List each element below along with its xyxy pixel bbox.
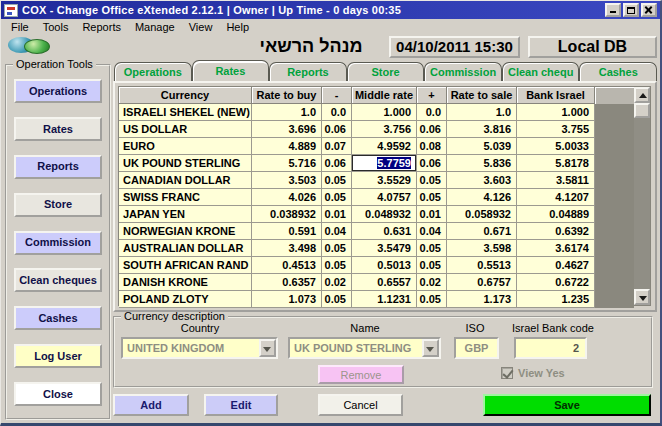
cancel-button[interactable]: Cancel: [318, 394, 403, 416]
cell-minus[interactable]: 0.05: [322, 257, 352, 274]
country-combobox[interactable]: UNITED KINGDOM: [121, 337, 278, 359]
cell-plus[interactable]: 0.02: [417, 274, 447, 291]
cell-middle-rate[interactable]: 1.1231: [352, 291, 417, 308]
cell-middle-rate[interactable]: 4.9592: [352, 138, 417, 155]
cell-currency[interactable]: POLAND ZLOTY: [119, 291, 252, 308]
tab[interactable]: Store: [347, 62, 425, 81]
scroll-track[interactable]: [634, 118, 650, 289]
cell-currency[interactable]: JAPAN YEN: [119, 206, 252, 223]
cell-minus[interactable]: 0.05: [322, 189, 352, 206]
tab[interactable]: Clean chequ: [502, 62, 580, 81]
tab[interactable]: Commission: [424, 62, 502, 81]
cell-rate-to-buy[interactable]: 0.4513: [252, 257, 322, 274]
cell-rate-to-sale[interactable]: 0.5513: [447, 257, 517, 274]
menu-item[interactable]: Reports: [76, 20, 129, 34]
cell-rate-to-buy[interactable]: 3.498: [252, 240, 322, 257]
cell-rate-to-sale[interactable]: 3.598: [447, 240, 517, 257]
cell-plus[interactable]: 0.08: [417, 138, 447, 155]
cell-rate-to-buy[interactable]: 0.591: [252, 223, 322, 240]
col-header-rate-to-sale[interactable]: Rate to sale: [447, 87, 517, 104]
cell-currency[interactable]: CANADIAN DOLLAR: [119, 172, 252, 189]
col-header-rate-to-buy[interactable]: Rate to buy: [252, 87, 322, 104]
cell-plus[interactable]: 0.05: [417, 291, 447, 308]
tab[interactable]: Rates: [192, 60, 270, 81]
sidebar-button[interactable]: Store: [14, 193, 102, 217]
col-header-bank-israel[interactable]: Bank Israel: [517, 87, 595, 104]
cell-bank-israel[interactable]: 0.6392: [517, 223, 595, 240]
sidebar-button[interactable]: Close: [14, 382, 102, 406]
cell-currency[interactable]: SOUTH AFRICAN RAND: [119, 257, 252, 274]
cell-middle-rate[interactable]: 0.631: [352, 223, 417, 240]
cell-rate-to-buy[interactable]: 1.0: [252, 104, 322, 121]
cell-minus[interactable]: 0.06: [322, 121, 352, 138]
menu-item[interactable]: View: [183, 20, 221, 34]
cell-bank-israel[interactable]: 5.0033: [517, 138, 595, 155]
cell-currency[interactable]: DANISH KRONE: [119, 274, 252, 291]
tab[interactable]: Cashes: [579, 62, 657, 81]
cell-minus[interactable]: 0.05: [322, 172, 352, 189]
col-header-currency[interactable]: Currency: [119, 87, 252, 104]
cell-currency[interactable]: AUSTRALIAN DOLLAR: [119, 240, 252, 257]
cell-rate-to-sale[interactable]: 0.671: [447, 223, 517, 240]
cell-bank-israel[interactable]: 1.235: [517, 291, 595, 308]
cell-plus[interactable]: 0.05: [417, 189, 447, 206]
cell-middle-rate[interactable]: 5.7759: [352, 155, 417, 172]
sidebar-button[interactable]: Rates: [14, 117, 102, 141]
cell-rate-to-buy[interactable]: 5.716: [252, 155, 322, 172]
menu-item[interactable]: Tools: [37, 20, 77, 34]
cell-rate-to-buy[interactable]: 1.073: [252, 291, 322, 308]
cell-plus[interactable]: 0.05: [417, 240, 447, 257]
minimize-button[interactable]: [605, 3, 621, 17]
cell-currency[interactable]: SWISS FRANC: [119, 189, 252, 206]
cell-minus[interactable]: 0.07: [322, 138, 352, 155]
cell-minus[interactable]: 0.02: [322, 274, 352, 291]
vertical-scrollbar[interactable]: [634, 87, 650, 305]
cell-plus[interactable]: 0.05: [417, 172, 447, 189]
sidebar-button[interactable]: Clean cheques: [14, 268, 102, 292]
cell-middle-rate[interactable]: 0.048932: [352, 206, 417, 223]
cell-minus[interactable]: 0.01: [322, 206, 352, 223]
cell-rate-to-sale[interactable]: 5.039: [447, 138, 517, 155]
cell-rate-to-sale[interactable]: 0.6757: [447, 274, 517, 291]
menu-item[interactable]: Manage: [129, 20, 183, 34]
title-bar[interactable]: COX - Change Office eXtended 2.12.1 | Ow…: [1, 1, 660, 19]
cell-plus[interactable]: 0.05: [417, 257, 447, 274]
cell-currency[interactable]: ISRAELI SHEKEL (NEW): [119, 104, 252, 121]
col-header-plus[interactable]: +: [417, 87, 447, 104]
cell-rate-to-sale[interactable]: 3.603: [447, 172, 517, 189]
scroll-up-button[interactable]: [634, 87, 650, 103]
cell-bank-israel[interactable]: 3.755: [517, 121, 595, 138]
cell-currency[interactable]: US DOLLAR: [119, 121, 252, 138]
remove-button[interactable]: Remove: [318, 365, 404, 384]
cell-middle-rate[interactable]: 1.000: [352, 104, 417, 121]
cell-rate-to-buy[interactable]: 0.6357: [252, 274, 322, 291]
sidebar-button[interactable]: Commission: [14, 231, 102, 255]
cell-rate-to-buy[interactable]: 4.026: [252, 189, 322, 206]
cell-rate-to-sale[interactable]: 0.058932: [447, 206, 517, 223]
cell-bank-israel[interactable]: 3.5811: [517, 172, 595, 189]
cell-middle-rate[interactable]: 3.756: [352, 121, 417, 138]
cell-rate-to-buy[interactable]: 4.889: [252, 138, 322, 155]
cell-bank-israel[interactable]: 4.1207: [517, 189, 595, 206]
cell-rate-to-sale[interactable]: 3.816: [447, 121, 517, 138]
iso-field[interactable]: GBP: [454, 337, 499, 359]
cell-minus[interactable]: 0.05: [322, 240, 352, 257]
menu-item[interactable]: File: [5, 20, 37, 34]
cell-bank-israel[interactable]: 1.000: [517, 104, 595, 121]
cell-minus[interactable]: 0.05: [322, 291, 352, 308]
cell-rate-to-buy[interactable]: 0.038932: [252, 206, 322, 223]
view-yes-checkbox[interactable]: [501, 367, 513, 379]
sidebar-button[interactable]: Cashes: [14, 306, 102, 330]
cell-rate-to-sale[interactable]: 4.126: [447, 189, 517, 206]
tab[interactable]: Operations: [114, 62, 192, 81]
scroll-down-button[interactable]: [634, 289, 650, 305]
close-button[interactable]: [641, 3, 657, 17]
cell-middle-rate[interactable]: 3.5529: [352, 172, 417, 189]
cell-rate-to-buy[interactable]: 3.696: [252, 121, 322, 138]
cell-plus[interactable]: 0.0: [417, 104, 447, 121]
edit-button[interactable]: Edit: [204, 394, 278, 416]
cell-bank-israel[interactable]: 0.4627: [517, 257, 595, 274]
col-header-minus[interactable]: -: [322, 87, 352, 104]
save-button[interactable]: Save: [483, 394, 651, 416]
name-dropdown-button[interactable]: [422, 339, 439, 357]
